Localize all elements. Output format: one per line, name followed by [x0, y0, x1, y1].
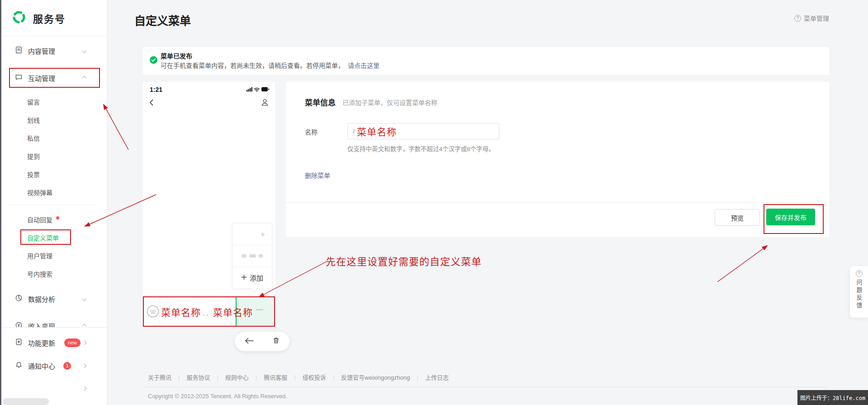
sidebar-item-underline[interactable]: 划线: [0, 111, 107, 129]
delete-menu-link[interactable]: 删除菜单: [305, 171, 330, 180]
question-circle-icon: ?: [856, 270, 863, 277]
yen-circle-icon: [15, 321, 23, 327]
sidebar-item-votes[interactable]: 投票: [0, 165, 107, 183]
redacted-account-name: [11, 381, 55, 395]
sidebar-item-auto-reply[interactable]: 自动回复: [0, 210, 107, 229]
chat-bubble-icon: [15, 73, 23, 82]
unread-dot: [56, 216, 59, 219]
sidebar-item-label: 互动管理: [28, 73, 55, 83]
feedback-tab[interactable]: ? 问题反馈: [850, 266, 868, 318]
question-circle-icon: ?: [794, 15, 801, 22]
sidebar-divider: [8, 205, 99, 205]
sidebar-item-content-mgmt[interactable]: 内容管理: [0, 42, 107, 60]
sidebar-item-account-search[interactable]: 号内搜索: [0, 265, 107, 283]
footer-separator: |: [217, 374, 218, 381]
sidebar-item-label: 内容管理: [28, 46, 55, 56]
footer-separator: |: [256, 374, 257, 381]
menu-slot-1[interactable]: 菜单名称: [161, 305, 201, 319]
redacted-mark: [202, 314, 209, 316]
section-title: 菜单信息: [305, 96, 336, 108]
submenu-item-redacted[interactable]: [232, 245, 272, 267]
plus-icon: [241, 274, 247, 281]
custom-menu-bar: 菜单名称 菜单名称: [143, 296, 275, 327]
sidebar-item-private-msg[interactable]: 私信: [0, 129, 107, 147]
status-icons: [247, 86, 269, 94]
sidebar-item-income[interactable]: 收入变现: [0, 317, 107, 327]
redacted-mark: [256, 309, 263, 310]
sidebar: 服务号 内容管理 互动管理 留言 划线 私信 提到 投票 视频弹幕 自动回复 自…: [0, 0, 107, 405]
footer-link-complaint[interactable]: 侵权投诉: [303, 373, 326, 381]
sidebar-item-label: 用户管理: [27, 251, 52, 260]
chevron-right-icon: [82, 363, 87, 368]
corner-smudge: [3, 398, 49, 405]
sidebar-item-label: 划线: [27, 115, 40, 124]
sidebar-item-comments[interactable]: 留言: [0, 93, 107, 111]
chevron-right-icon: [82, 386, 87, 391]
sidebar-item-notification-center[interactable]: 通知中心 1: [0, 357, 107, 375]
submenu-popup: 添加: [232, 223, 272, 289]
logo: 服务号: [0, 0, 107, 36]
chevron-down-icon: [82, 296, 87, 301]
redacted-mark: [242, 254, 247, 257]
chevron-down-icon: [82, 48, 87, 53]
sidebar-item-custom-menu[interactable]: 自定义菜单: [0, 229, 107, 247]
footer: 关于腾讯| 服务协议| 规则中心| 腾讯客服| 侵权投诉| 反馈官号weixin…: [143, 370, 829, 400]
help-label: 菜单管理: [804, 14, 829, 23]
chevron-up-icon: [82, 324, 87, 327]
sidebar-item-label: 留言: [27, 97, 40, 106]
menu-slot-2[interactable]: 菜单名称: [213, 305, 253, 319]
sidebar-item-label: 自动回复: [27, 215, 52, 224]
name-field-label: 名称: [305, 127, 318, 136]
new-badge: new: [64, 338, 81, 347]
document-icon: [15, 46, 23, 55]
phone-status-bar: 1:21: [143, 82, 275, 94]
add-submenu-button[interactable]: 添加: [232, 267, 272, 289]
sidebar-item-interaction-mgmt[interactable]: 互动管理: [0, 69, 107, 87]
banner-title: 菜单已发布: [161, 51, 192, 60]
footer-link-about[interactable]: 关于腾讯: [148, 373, 171, 381]
preview-button[interactable]: 预览: [715, 209, 760, 226]
logo-text: 服务号: [33, 11, 66, 25]
copyright: Copyright © 2012-2025 Tencent. All Right…: [143, 387, 829, 400]
disable-menu-link[interactable]: 请点击这里: [348, 62, 379, 69]
book-star-icon: [15, 338, 23, 347]
submenu-item-redacted[interactable]: [232, 224, 272, 245]
menu-name-input[interactable]: 菜单名称: [347, 123, 499, 139]
publish-status-banner: 菜单已发布 可在手机查看菜单内容，若尚未生效，请稍后查看。若停用菜单，请点击这里: [143, 47, 829, 75]
footer-link-support[interactable]: 腾讯客服: [264, 373, 287, 381]
menu-management-help[interactable]: ? 菜单管理: [794, 14, 829, 23]
signal-icon: [247, 87, 252, 92]
arrow-to-save-button: [717, 246, 767, 282]
trash-icon[interactable]: [272, 337, 280, 346]
sidebar-item-data-analysis[interactable]: 数据分析: [0, 290, 107, 308]
footer-link-upload-log[interactable]: 上传日志: [425, 373, 449, 381]
footer-link-feedback-account[interactable]: 反馈官号weixingongzhong: [341, 373, 410, 381]
sidebar-item-feature-updates[interactable]: 功能更新 new: [0, 334, 107, 352]
sidebar-item-income-clipped[interactable]: 收入变现: [0, 317, 107, 327]
phone-preview: 1:21: [143, 82, 275, 327]
footer-link-rules[interactable]: 规则中心: [225, 373, 249, 381]
annotation-tip-text: 先在这里设置好需要的自定义菜单: [326, 253, 482, 268]
back-chevron-icon[interactable]: [148, 99, 156, 108]
footer-separator: |: [333, 374, 334, 381]
sidebar-item-mentions[interactable]: 提到: [0, 147, 107, 165]
footer-link-terms[interactable]: 服务协议: [186, 373, 210, 381]
battery-icon: [261, 87, 269, 92]
profile-icon[interactable]: [261, 98, 269, 109]
back-arrow-icon[interactable]: [244, 337, 254, 346]
phone-nav-bar: [143, 96, 275, 110]
pie-chart-icon: [15, 294, 23, 303]
sidebar-item-label: 收入变现: [28, 321, 55, 328]
footer-separator: |: [178, 374, 180, 381]
keyboard-toggle-icon[interactable]: [146, 305, 160, 320]
save-publish-button[interactable]: 保存并发布: [766, 209, 815, 225]
app-window: 服务号 内容管理 互动管理 留言 划线 私信 提到 投票 视频弹幕 自动回复 自…: [0, 0, 868, 405]
wifi-icon: [255, 88, 259, 90]
redacted-mark: [353, 129, 356, 133]
sidebar-item-user-mgmt[interactable]: 用户管理: [0, 247, 107, 265]
sidebar-item-label: 功能更新: [28, 338, 55, 348]
chevron-up-icon: [82, 76, 87, 80]
sidebar-item-video-danmu[interactable]: 视频弹幕: [0, 183, 107, 201]
status-time: 1:21: [150, 86, 162, 93]
menu-info-card: 菜单信息 已添加子菜单，仅可设置菜单名称 名称 菜单名称 仅支持中英文和数字，字…: [286, 82, 829, 237]
